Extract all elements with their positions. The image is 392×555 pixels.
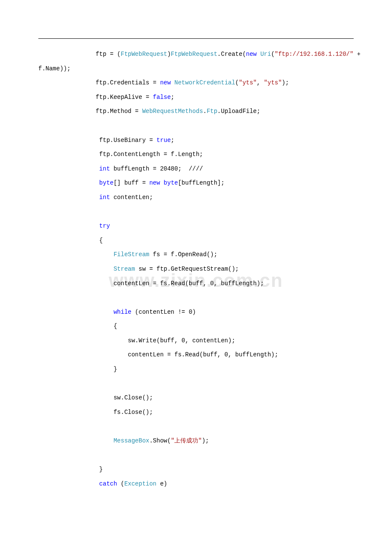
code-keyword: byte <box>164 179 178 186</box>
code-block: ftp = (FtpWebRequest)FtpWebRequest.Creat… <box>38 47 354 491</box>
code-text: .Create( <box>217 51 246 58</box>
code-text: ; <box>171 137 174 144</box>
code-keyword: while <box>113 309 131 315</box>
code-text <box>38 223 99 229</box>
code-text: contentLen; <box>110 194 153 201</box>
code-text: sw.Write(buff, 0, contentLen); <box>38 337 235 344</box>
code-text <box>38 165 99 172</box>
code-type: NetworkCredential <box>174 79 235 86</box>
code-text: buffLength = 20480; //// <box>110 165 203 172</box>
code-text <box>257 51 260 58</box>
code-text: ftp.KeepAlive = <box>38 94 153 101</box>
code-text: e) <box>156 480 167 487</box>
code-text <box>38 179 99 186</box>
code-keyword: byte <box>99 179 114 186</box>
code-text: , <box>257 79 264 86</box>
code-text: .Show( <box>149 437 170 444</box>
code-text: sw = ftp.GetRequestStream(); <box>135 266 239 272</box>
code-text: ( <box>117 480 124 487</box>
code-keyword: int <box>99 194 110 201</box>
code-type: FtpWebRequest <box>171 51 217 58</box>
code-type: Ftp <box>207 108 217 115</box>
code-text: ); <box>202 437 209 444</box>
code-string: "ftp://192.168.1.120/" <box>275 51 354 58</box>
code-text: contentLen = fs.Read(buff, 0, buffLength… <box>38 351 278 358</box>
code-text: ftp.Method = <box>38 108 142 115</box>
code-type: Stream <box>113 266 135 272</box>
code-text: . <box>203 108 206 115</box>
code-string: "上传成功" <box>171 437 202 444</box>
code-type: Uri <box>260 51 271 58</box>
code-text <box>38 266 113 272</box>
code-text: ftp.ContentLength = f.Length; <box>38 151 203 158</box>
code-text: ); <box>282 79 289 86</box>
code-type: FtpWebRequest <box>121 51 167 58</box>
code-keyword: new <box>160 79 171 86</box>
top-divider <box>38 38 354 39</box>
code-text: } <box>38 366 117 373</box>
code-text: ; <box>171 94 174 101</box>
code-text: { <box>38 323 117 330</box>
code-type: WebRequestMethods <box>142 108 203 115</box>
code-text: contentLen = fs.Read(buff, 0, buffLength… <box>38 280 264 287</box>
code-text: + <box>353 51 364 58</box>
code-text: ( <box>271 51 274 58</box>
code-keyword: int <box>99 165 110 172</box>
code-text <box>160 179 164 186</box>
code-text: fs = f.OpenRead(); <box>149 251 217 258</box>
code-text: f.Name)); <box>38 65 71 72</box>
code-text: (contentLen != 0) <box>131 309 196 315</box>
code-string: "yts" <box>264 79 282 86</box>
code-text <box>38 437 113 444</box>
code-keyword: catch <box>99 480 117 487</box>
code-text <box>38 194 99 201</box>
code-text: [] buff = <box>113 179 149 186</box>
code-text <box>38 480 99 487</box>
code-keyword: try <box>99 223 110 229</box>
code-text: sw.Close(); <box>38 394 153 401</box>
code-keyword: false <box>153 94 171 101</box>
code-keyword: true <box>156 137 171 144</box>
code-type: FileStream <box>113 251 149 258</box>
code-type: Exception <box>124 480 157 487</box>
code-text <box>38 309 113 315</box>
code-text: ) <box>167 51 170 58</box>
code-text: ftp.UseBinary = <box>38 137 156 144</box>
code-keyword: new <box>246 51 257 58</box>
code-text: ( <box>235 79 239 86</box>
document-page: www.zixin.com.cn ftp = (FtpWebRequest)Ft… <box>0 0 392 555</box>
code-text: ftp = ( <box>38 51 121 58</box>
code-string: "yts" <box>239 79 257 86</box>
code-keyword: new <box>149 179 160 186</box>
code-text: { <box>38 237 103 244</box>
code-type: MessageBox <box>113 437 149 444</box>
code-text: ftp.Credentials = <box>38 79 160 86</box>
code-text: } <box>38 466 103 473</box>
code-text: [buffLength]; <box>178 179 225 186</box>
code-text: .UploadFile; <box>217 108 260 115</box>
code-text: fs.Close(); <box>38 409 153 416</box>
code-text <box>38 251 113 258</box>
